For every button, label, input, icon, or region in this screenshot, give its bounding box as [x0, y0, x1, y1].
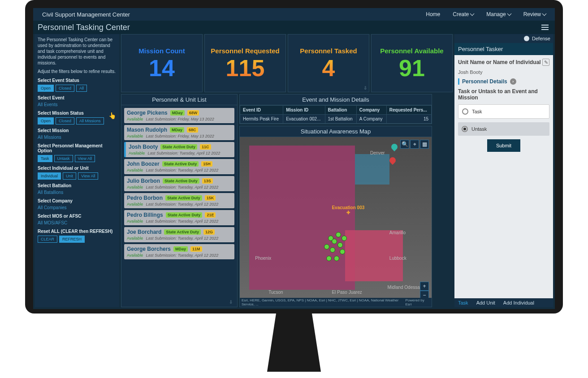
- submit-button[interactable]: Submit: [487, 139, 520, 152]
- intro-text: The Personnel Tasking Center can be used…: [38, 37, 117, 66]
- download-icon[interactable]: ⇩: [229, 300, 233, 305]
- filter-sidebar: The Personnel Tasking Center can be used…: [35, 34, 119, 307]
- kpi-mission-count: Mission Count14: [121, 34, 203, 92]
- map-pin-icon[interactable]: [390, 142, 399, 151]
- map-attribution: Esri, HERE, Garmin, USGS, EPA, NPS | NOA…: [240, 298, 432, 307]
- list-item[interactable]: Mason Rudolph MDay 68C AvailableLast Sub…: [124, 125, 234, 140]
- panel-title: Personnel & Unit List: [121, 94, 237, 105]
- personnel-tasker-panel: Defense Personnel Tasker Unit Name or Na…: [454, 34, 553, 307]
- filter-label: Select Mission Status: [38, 111, 117, 116]
- list-item[interactable]: Pedro Billings State Active Duty 21E Ava…: [124, 210, 234, 225]
- filter-btn-untask[interactable]: Untask: [54, 155, 73, 162]
- toggle-icon[interactable]: [524, 36, 529, 41]
- tab-add-unit[interactable]: Add Unit: [476, 300, 495, 305]
- filter-label: Reset ALL (CLEAR then REFRESH): [38, 229, 117, 234]
- section-header[interactable]: Personnel Details: [462, 78, 507, 85]
- list-item[interactable]: Pedro Borbon State Active Duty 15K Avail…: [124, 193, 234, 208]
- situational-map[interactable]: Evacuation 003✚: [240, 137, 432, 307]
- field-label: Unit Name or Name of Individual: [458, 59, 541, 65]
- filter-label: Select Mission: [38, 128, 117, 133]
- kpi-personnel-tasked: Personnel Tasked4 ⇩: [288, 34, 369, 92]
- list-item[interactable]: George Pickens MDay 68W AvailableLast Su…: [124, 108, 234, 123]
- tasker-title: Personnel Tasker: [454, 43, 553, 55]
- refresh-button[interactable]: REFRESH: [59, 236, 85, 243]
- filter-btn-individual[interactable]: Individual: [38, 172, 61, 180]
- chevron-down-icon: [542, 12, 547, 16]
- list-item[interactable]: George Borchers MDay 11M AvailableLast S…: [124, 244, 234, 259]
- filter-value[interactable]: All Missions: [38, 135, 117, 140]
- filter-btn-all[interactable]: All: [76, 85, 87, 92]
- filter-btn-viewall[interactable]: View All: [78, 172, 98, 180]
- filter-btn-closed[interactable]: Closed: [56, 117, 74, 125]
- radio-icon: [462, 108, 468, 115]
- nav-create[interactable]: Create: [453, 11, 474, 17]
- hamburger-icon[interactable]: [541, 23, 550, 32]
- filter-label: Select Event Status: [38, 78, 117, 83]
- filter-value[interactable]: All Batallions: [38, 190, 117, 195]
- tab-add-individual[interactable]: Add Individual: [503, 300, 534, 305]
- map-pin-icon[interactable]: [388, 156, 397, 165]
- filter-label: Select Battalion: [38, 183, 117, 188]
- tab-task[interactable]: Task: [458, 300, 468, 305]
- nav-review[interactable]: Review: [523, 11, 546, 17]
- radio-icon: [462, 126, 468, 132]
- download-icon[interactable]: ⇩: [363, 86, 367, 90]
- kpi-personnel-available: Personnel Available91: [371, 34, 453, 92]
- unit-name-value: Josh Booty: [458, 69, 549, 75]
- list-item[interactable]: Julio Borbon State Active Duty 13S Avail…: [124, 176, 234, 191]
- intro-text-2: Adjust the filters below to refine resul…: [38, 69, 117, 74]
- map-search-icon[interactable]: 🔍: [400, 140, 409, 149]
- arrow-right-icon[interactable]: ›: [510, 78, 516, 85]
- clear-button[interactable]: CLEAR: [38, 236, 57, 243]
- filter-btn-task[interactable]: Task: [38, 155, 52, 162]
- filter-btn-closed[interactable]: Closed: [56, 85, 74, 92]
- filter-btn-unit[interactable]: Unit: [63, 172, 76, 180]
- filter-label: Select Personnel Management Option: [38, 143, 117, 153]
- panel-title: Event and Mission Details: [240, 94, 432, 105]
- page-titlebar: Personnel Tasking Center: [33, 21, 555, 34]
- page-title: Personnel Tasking Center: [38, 23, 130, 32]
- map-layers-icon[interactable]: ⌖: [410, 140, 419, 149]
- map-evac-label: Evacuation 003✚: [332, 205, 364, 215]
- filter-value[interactable]: All Events: [38, 102, 117, 107]
- task-label: Task or Untask to an Event and Mission: [458, 88, 549, 101]
- event-table: Event ID Mission ID Battalion Company Re…: [240, 105, 432, 124]
- nav-manage[interactable]: Manage: [486, 11, 510, 17]
- nav-home[interactable]: Home: [426, 11, 440, 17]
- list-item[interactable]: Joe Borchard State Active Duty 12G Avail…: [124, 227, 234, 242]
- brand-title: Civil Support Management Center: [42, 11, 426, 18]
- filter-label: Select Event: [38, 95, 117, 100]
- filter-btn-viewall[interactable]: View All: [75, 155, 95, 162]
- chevron-down-icon: [470, 12, 475, 16]
- chevron-down-icon: [507, 12, 511, 16]
- panel-title: Situational Awareness Map: [240, 126, 432, 137]
- filter-btn-all-missions[interactable]: All Missions: [76, 117, 104, 125]
- filter-value[interactable]: All MOS/AFSC: [38, 220, 117, 225]
- kpi-personnel-requested: Personnel Requested115: [204, 34, 286, 92]
- map-basemap-icon[interactable]: ▦: [420, 140, 429, 149]
- option-task[interactable]: Task: [458, 104, 549, 119]
- filter-label: Select Company: [38, 198, 117, 203]
- list-item[interactable]: John Boozer State Active Duty 15H Availa…: [124, 159, 234, 174]
- unit-list[interactable]: George Pickens MDay 68W AvailableLast Su…: [121, 105, 237, 300]
- table-row[interactable]: Hermits Peak Fire Evacuation 002... 1st …: [240, 115, 432, 124]
- map-zoom-in-icon[interactable]: +: [420, 282, 429, 291]
- filter-label: Select MOS or AFSC: [38, 214, 117, 219]
- filter-value[interactable]: All Companies: [38, 205, 117, 210]
- filter-label: Select Individual or Unit: [38, 166, 117, 171]
- list-item[interactable]: Josh Booty State Active Duty 11C Availab…: [124, 142, 234, 157]
- filter-btn-open[interactable]: Open: [38, 117, 54, 125]
- filter-btn-open[interactable]: Open: [38, 85, 54, 92]
- tasker-brand: Defense: [532, 36, 550, 41]
- option-untask[interactable]: Untask: [458, 122, 549, 136]
- top-navbar: Civil Support Management Center Home Cre…: [33, 8, 555, 21]
- edit-icon[interactable]: ✎: [542, 59, 549, 66]
